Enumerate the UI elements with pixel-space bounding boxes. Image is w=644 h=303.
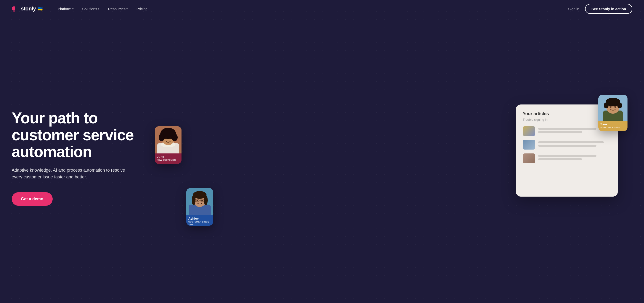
svg-point-9 xyxy=(614,106,616,108)
svg-point-28 xyxy=(202,200,203,201)
nav-pricing[interactable]: Pricing xyxy=(133,5,151,13)
article-lines-3 xyxy=(538,155,611,162)
hero-illustration: Your articles Trouble signing in xyxy=(162,95,632,221)
sign-in-link[interactable]: Sign in xyxy=(568,7,580,11)
ashley-avatar-photo xyxy=(186,188,213,215)
article-line xyxy=(538,158,582,160)
articles-card-title: Your articles xyxy=(523,111,611,116)
nav-solutions[interactable]: Solutions ▾ xyxy=(79,5,103,13)
svg-rect-2 xyxy=(13,9,15,12)
nav-right: Sign in See Stonly in action xyxy=(568,4,632,14)
sam-avatar-photo xyxy=(598,95,628,121)
sam-persona-card: Sam SUPPORT AGENT xyxy=(598,95,628,131)
logo-text: stonly xyxy=(21,5,36,12)
solutions-chevron-icon: ▾ xyxy=(98,7,99,10)
article-thumb-2 xyxy=(523,140,535,150)
svg-point-22 xyxy=(192,195,196,205)
article-line xyxy=(538,155,596,157)
logo[interactable]: stonly 🇺🇦 xyxy=(12,5,43,12)
hero-title: Your path to customer service automation xyxy=(12,110,162,160)
article-item-3 xyxy=(523,153,611,163)
svg-point-7 xyxy=(617,102,622,108)
ashley-person-icon xyxy=(186,188,213,215)
article-line xyxy=(538,145,596,147)
sam-role: SUPPORT AGENT xyxy=(600,126,626,129)
platform-chevron-icon: ▾ xyxy=(72,7,74,10)
article-line xyxy=(538,141,604,143)
svg-point-18 xyxy=(169,137,171,139)
article-item-2 xyxy=(523,140,611,150)
logo-icon xyxy=(12,5,20,12)
navigation: stonly 🇺🇦 Platform ▾ Solutions ▾ Resourc… xyxy=(0,0,644,17)
sam-person-icon xyxy=(598,95,628,121)
nav-links: Platform ▾ Solutions ▾ Resources ▾ Prici… xyxy=(54,5,568,13)
ashley-persona-card: Ashley CUSTOMER SINCE 2018 xyxy=(186,188,213,226)
svg-point-27 xyxy=(196,200,198,201)
article-thumb-1 xyxy=(523,126,535,136)
resources-chevron-icon: ▾ xyxy=(126,7,128,10)
sam-info: Sam SUPPORT AGENT xyxy=(598,121,628,131)
svg-point-10 xyxy=(610,110,616,113)
articles-card-subtitle: Trouble signing in xyxy=(523,118,611,121)
svg-point-6 xyxy=(604,102,608,108)
ashley-name: Ashley xyxy=(188,217,211,221)
sam-name: Sam xyxy=(600,122,626,126)
see-stonly-button[interactable]: See Stonly in action xyxy=(585,4,632,14)
svg-point-23 xyxy=(204,195,208,205)
logo-flag: 🇺🇦 xyxy=(38,6,43,11)
svg-point-16 xyxy=(172,134,178,141)
ashley-role: CUSTOMER SINCE 2018 xyxy=(188,221,211,226)
hero-section: Your path to customer service automation… xyxy=(0,17,644,303)
hero-subtitle: Adaptive knowledge, AI and process autom… xyxy=(12,167,133,181)
svg-point-8 xyxy=(610,106,612,108)
article-lines-2 xyxy=(538,141,611,148)
svg-point-17 xyxy=(165,137,167,139)
nav-platform[interactable]: Platform ▾ xyxy=(54,5,77,13)
article-thumb-3 xyxy=(523,153,535,163)
ashley-info: Ashley CUSTOMER SINCE 2018 xyxy=(186,215,213,226)
hero-content: Your path to customer service automation… xyxy=(12,110,162,206)
article-item-1 xyxy=(523,126,611,136)
svg-rect-1 xyxy=(12,6,15,8)
article-line xyxy=(538,128,596,130)
get-demo-button[interactable]: Get a demo xyxy=(12,192,53,206)
article-line xyxy=(538,131,582,133)
nav-resources[interactable]: Resources ▾ xyxy=(104,5,131,13)
